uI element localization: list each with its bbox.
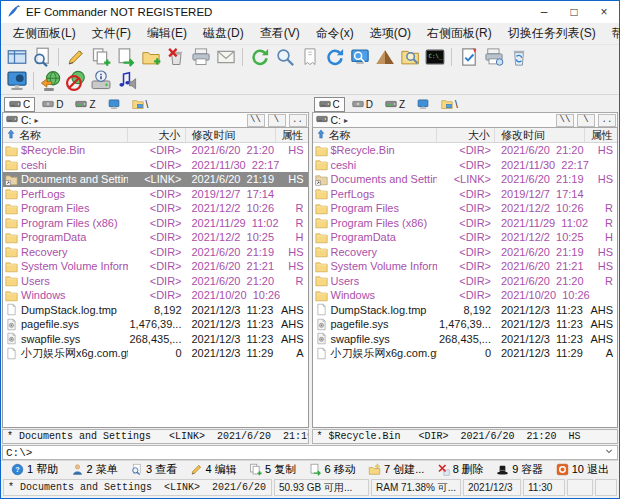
menu-item[interactable]: 文件(F) <box>84 23 139 44</box>
fkey-8[interactable]: 8 删除 <box>437 462 484 477</box>
column-header-name[interactable]: 名称 <box>3 128 128 142</box>
history-dropdown-icon[interactable] <box>603 445 615 460</box>
drive-tab-C[interactable]: C <box>4 97 35 112</box>
desktop-icon[interactable] <box>4 70 29 92</box>
menu-item[interactable]: 帮助(H) <box>604 23 620 44</box>
options-check-icon[interactable] <box>456 46 481 68</box>
right-root-button[interactable]: \ <box>577 114 595 127</box>
column-header-modified[interactable]: 修改时间 <box>186 128 276 142</box>
file-row[interactable]: swapfile.sys268,435,...2021/12/3 11:23AH… <box>3 332 308 347</box>
file-row[interactable]: PerfLogs<DIR>2019/12/7 17:14 <box>313 187 618 202</box>
map-network-drive-icon[interactable] <box>38 70 63 92</box>
file-row[interactable]: DumpStack.log.tmp8,1922021/12/3 11:23AHS <box>3 303 308 318</box>
screen-search-icon[interactable] <box>347 46 372 68</box>
drive-tab-\[interactable]: \ <box>436 97 463 112</box>
print-setup-icon[interactable] <box>481 46 506 68</box>
file-row[interactable]: Program Files (x86)<DIR>2021/11/29 11:02… <box>3 216 308 231</box>
maximize-button[interactable]: □ <box>559 1 589 23</box>
file-row[interactable]: Program Files<DIR>2021/12/2 10:26R <box>3 201 308 216</box>
preview-icon[interactable] <box>29 46 54 68</box>
close-button[interactable]: × <box>589 1 619 23</box>
menu-item[interactable]: 右侧面板(R) <box>419 23 500 44</box>
drive-info-icon[interactable] <box>88 70 113 92</box>
print-icon[interactable] <box>188 46 213 68</box>
left-network-root-button[interactable]: \\ <box>247 114 265 127</box>
file-row[interactable]: pagefile.sys1,476,39...2021/12/3 11:23AH… <box>3 317 308 332</box>
file-row[interactable]: Users<DIR>2021/6/20 21:20R <box>3 274 308 289</box>
column-header-modified[interactable]: 修改时间 <box>495 128 585 142</box>
move-icon[interactable] <box>113 46 138 68</box>
delete-icon[interactable] <box>163 46 188 68</box>
drive-tab-desktop[interactable] <box>103 97 125 112</box>
path-expand-arrow-icon[interactable]: ▸ <box>344 116 348 125</box>
right-path-bar[interactable]: C: ▸ \\ \ .. <box>312 112 619 128</box>
fkey-1[interactable]: ?1 帮助 <box>11 462 58 477</box>
column-header-attrs[interactable]: 属性 <box>276 128 308 142</box>
file-row[interactable]: ceshi<DIR>2021/11/30 22:17 <box>313 158 618 173</box>
column-header-attrs[interactable]: 属性 <box>585 128 617 142</box>
file-row[interactable]: ProgramData<DIR>2021/12/2 10:25H <box>313 230 618 245</box>
file-row[interactable]: 小刀娱乐网x6g.com.gtxt02021/12/3 11:29A <box>313 346 618 361</box>
right-parent-button[interactable]: .. <box>598 114 616 127</box>
file-row[interactable]: PerfLogs<DIR>2019/12/7 17:14 <box>3 187 308 202</box>
file-row[interactable]: $Recycle.Bin<DIR>2021/6/20 21:20HS <box>3 143 308 158</box>
file-row[interactable]: DumpStack.log.tmp8,1922021/12/3 11:23AHS <box>313 303 618 318</box>
menu-item[interactable]: 左侧面板(L) <box>5 23 84 44</box>
disconnect-drive-icon[interactable] <box>63 70 88 92</box>
file-row[interactable]: Windows<DIR>2021/10/20 10:26 <box>313 288 618 303</box>
new-folder-icon[interactable] <box>138 46 163 68</box>
edit-icon[interactable] <box>63 46 88 68</box>
file-row[interactable]: Recovery<DIR>2021/6/20 21:19HS <box>313 245 618 260</box>
folder-search-icon[interactable] <box>397 46 422 68</box>
drive-tab-D[interactable]: D <box>347 97 378 112</box>
search-icon[interactable] <box>272 46 297 68</box>
fkey-5[interactable]: 5 复制 <box>249 462 296 477</box>
fkey-7[interactable]: 7 创建... <box>368 462 424 477</box>
menu-item[interactable]: 磁盘(D) <box>195 23 252 44</box>
file-row[interactable]: ProgramData<DIR>2021/12/2 10:25H <box>3 230 308 245</box>
sounds-icon[interactable] <box>113 70 138 92</box>
drive-tab-\[interactable]: \ <box>127 97 154 112</box>
minimize-button[interactable]: – <box>529 1 559 23</box>
terminal-icon[interactable]: C:\_ <box>422 46 447 68</box>
file-row[interactable]: Documents and Settings<LINK>2021/6/20 21… <box>3 172 308 187</box>
drive-tab-D[interactable]: D <box>37 97 68 112</box>
column-header-size[interactable]: 大小 <box>437 128 495 142</box>
menu-item[interactable]: 命令(x) <box>308 23 362 44</box>
compare-icon[interactable] <box>297 46 322 68</box>
fkey-2[interactable]: 2 菜单 <box>71 462 118 477</box>
menu-item[interactable]: 编辑(E) <box>139 23 195 44</box>
file-row[interactable]: Users<DIR>2021/6/20 21:20R <box>313 274 618 289</box>
column-header-size[interactable]: 大小 <box>128 128 186 142</box>
sync-icon[interactable] <box>322 46 347 68</box>
left-parent-button[interactable]: .. <box>289 114 307 127</box>
right-network-root-button[interactable]: \\ <box>556 114 574 127</box>
file-row[interactable]: ceshi<DIR>2021/11/30 22:17 <box>3 158 308 173</box>
file-row[interactable]: $Recycle.Bin<DIR>2021/6/20 21:20HS <box>313 143 618 158</box>
file-row[interactable]: Program Files<DIR>2021/12/2 10:26R <box>313 201 618 216</box>
menu-item[interactable]: 切换任务列表(S) <box>500 23 604 44</box>
left-path-bar[interactable]: C: ▸ \\ \ .. <box>2 112 309 128</box>
drive-tab-Z[interactable]: Z <box>380 97 410 112</box>
fkey-10[interactable]: 10 退出 <box>556 462 609 477</box>
file-row[interactable]: Windows<DIR>2021/10/20 10:26 <box>3 288 308 303</box>
pyramid-icon[interactable] <box>372 46 397 68</box>
drive-tab-C[interactable]: C <box>314 97 345 112</box>
path-expand-arrow-icon[interactable]: ▸ <box>35 116 39 125</box>
file-row[interactable]: Program Files (x86)<DIR>2021/11/29 11:02… <box>313 216 618 231</box>
fkey-9[interactable]: 9 容器 <box>496 462 543 477</box>
left-root-button[interactable]: \ <box>268 114 286 127</box>
panels-icon[interactable] <box>4 46 29 68</box>
drive-tab-Z[interactable]: Z <box>70 97 100 112</box>
recycle-bin-icon[interactable] <box>506 46 531 68</box>
drive-tab-desktop[interactable] <box>412 97 434 112</box>
refresh-icon[interactable] <box>247 46 272 68</box>
command-line[interactable]: C:\> <box>2 445 618 460</box>
file-row[interactable]: pagefile.sys1,476,39...2021/12/3 11:23AH… <box>313 317 618 332</box>
menu-item[interactable]: 查看(V) <box>252 23 308 44</box>
menu-item[interactable]: 选项(O) <box>362 23 419 44</box>
file-row[interactable]: System Volume Informati...<DIR>2021/6/20… <box>313 259 618 274</box>
fkey-6[interactable]: 6 移动 <box>309 462 356 477</box>
file-row[interactable]: swapfile.sys268,435,...2021/12/3 11:23AH… <box>313 332 618 347</box>
file-row[interactable]: Documents and Settings<LINK>2021/6/20 21… <box>313 172 618 187</box>
